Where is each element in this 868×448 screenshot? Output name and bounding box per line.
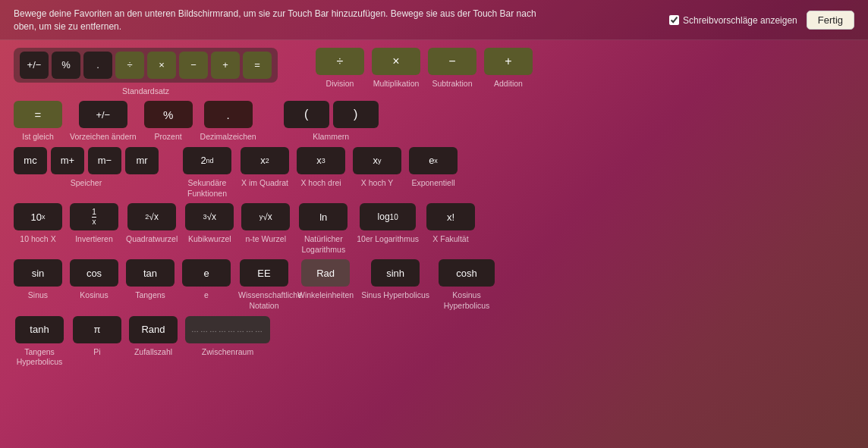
ln-label: Natürlicher Logarithmus [297,234,349,255]
sqrt2-btn[interactable]: 2√x [127,203,176,230]
row4: 10x 10 hoch X 1x Invertieren 2√x Quadrat… [14,203,854,255]
secondary-group: 2nd Sekundäre Funktionen [181,147,233,199]
space-btn[interactable]: …………………… [185,316,270,343]
cbrt-group: 3√x Kubikwurzel [185,203,234,245]
invert-label: Invertieren [75,234,113,245]
sign-btn[interactable]: +/− [79,101,127,128]
tan-btn[interactable]: tan [126,259,175,287]
mplus-btn[interactable]: m+ [51,147,84,174]
std-btn-equals[interactable]: = [243,52,272,79]
equals-group: = Ist gleich [14,101,62,143]
space-label: Zwischenraum [202,347,253,358]
cbrt-btn[interactable]: 3√x [185,203,234,230]
std-btn-minus[interactable]: − [179,52,208,79]
division-group: ÷ Division [316,48,364,89]
standardsatz-group: +/− % . ÷ × − + = Standardsatz [14,48,278,97]
equals-label: Ist gleich [22,132,53,143]
secondary-btn[interactable]: 2nd [183,147,231,174]
tanh-label: Tangens Hyperbolicus [14,347,65,368]
invert-btn[interactable]: 1x [70,203,118,230]
ee-btn[interactable]: EE [240,259,288,287]
decimal-btn[interactable]: . [204,101,253,128]
equals-btn[interactable]: = [14,101,62,128]
mminus-btn[interactable]: m− [88,147,121,174]
std-btn-multiply[interactable]: × [147,52,176,79]
pi-btn[interactable]: π [73,316,121,343]
sinh-btn[interactable]: sinh [371,259,420,287]
cosh-group: cosh Kosinus Hyperbolicus [437,259,496,311]
rand-btn[interactable]: Rand [129,316,178,343]
subtraktion-label: Subtraktion [432,79,472,89]
invert-group: 1x Invertieren [70,203,118,245]
cosh-btn[interactable]: cosh [439,259,495,287]
ex-label: Exponentiell [411,178,454,189]
subtraktion-btn[interactable]: − [428,48,476,75]
factorial-btn[interactable]: x! [426,203,475,230]
xsquared-btn[interactable]: x2 [241,147,289,174]
log10-btn[interactable]: log10 [360,203,416,230]
10x-label: 10 hoch X [20,234,55,245]
cbrt-label: Kubikwurzel [188,234,231,245]
mr-btn[interactable]: mr [125,147,159,174]
std-btn-percent[interactable]: % [52,52,80,79]
sin-label: Sinus [28,290,48,301]
cos-btn[interactable]: cos [70,259,118,287]
std-btn-plusminus[interactable]: +/− [20,52,49,79]
suggestions-checkbox[interactable] [669,15,679,25]
pi-group: π Pi [73,316,121,358]
sin-group: sin Sinus [14,259,62,301]
row2: = Ist gleich +/− Vorzeichen ändern % Pro… [14,101,854,143]
ex-btn[interactable]: ex [409,147,458,174]
yroot-group: y√x n-te Wurzel [241,203,290,245]
sqrt2-group: 2√x Quadratwurzel [126,203,178,245]
percent-group: % Prozent [144,101,193,143]
close-bracket-btn[interactable]: ) [333,101,379,128]
std-btn-plus[interactable]: + [211,52,240,79]
sqrt2-label: Quadratwurzel [126,234,178,245]
xcubed-btn[interactable]: x3 [297,147,345,174]
mc-btn[interactable]: mc [14,147,47,174]
10x-group: 10x 10 hoch X [14,203,62,245]
space-group: …………………… Zwischenraum [185,316,270,358]
klammern-label: Klammern [313,132,349,143]
subtraktion-group: − Subtraktion [428,48,476,89]
ln-btn[interactable]: ln [299,203,348,230]
cos-label: Kosinus [80,290,108,301]
xy-group: xy X hoch Y [353,147,401,189]
sinh-label: Sinus Hyperbolicus [361,290,429,301]
cos-group: cos Kosinus [70,259,118,301]
done-button[interactable]: Fertig [807,11,854,30]
row5: sin Sinus cos Kosinus tan Tangens e e EE… [14,259,854,311]
xsquared-group: x2 X im Quadrat [241,147,289,189]
sign-label: Vorzeichen ändern [70,132,137,143]
decimal-group: . Dezimalzeichen [200,101,256,143]
sinh-group: sinh Sinus Hyperbolicus [361,259,429,301]
xcubed-group: x3 X hoch drei [297,147,345,189]
e-btn[interactable]: e [182,259,231,287]
percent-btn[interactable]: % [144,101,193,128]
xy-btn[interactable]: xy [353,147,401,174]
standardsatz-buttons: +/− % . ÷ × − + = [14,48,278,83]
ln-group: ln Natürlicher Logarithmus [297,203,349,255]
10x-btn[interactable]: 10x [14,203,62,230]
tanh-group: tanh Tangens Hyperbolicus [14,316,65,368]
cosh-label: Kosinus Hyperbolicus [437,290,496,311]
std-btn-decimal[interactable]: . [83,52,112,79]
multiplikation-btn[interactable]: × [372,48,420,75]
multiplikation-label: Multiplikation [373,79,420,89]
addition-btn[interactable]: + [484,48,533,75]
log10-group: log10 10er Logarithmus [357,203,419,245]
secondary-label: Sekundäre Funktionen [181,178,233,199]
std-btn-divide[interactable]: ÷ [115,52,144,79]
yroot-btn[interactable]: y√x [241,203,290,230]
rad-btn[interactable]: Rad [301,259,350,287]
speicher-group: mc m+ m− mr Speicher [14,147,159,189]
rad-label: Winkeleinheiten [297,290,354,301]
open-bracket-btn[interactable]: ( [284,101,329,128]
sin-btn[interactable]: sin [14,259,62,287]
tanh-btn[interactable]: tanh [15,316,64,343]
suggestions-checkbox-label[interactable]: Schreibvorschläge anzeigen [669,15,797,26]
division-btn[interactable]: ÷ [316,48,364,75]
standardsatz-label: Standardsatz [122,86,169,97]
division-label: Division [326,79,354,89]
